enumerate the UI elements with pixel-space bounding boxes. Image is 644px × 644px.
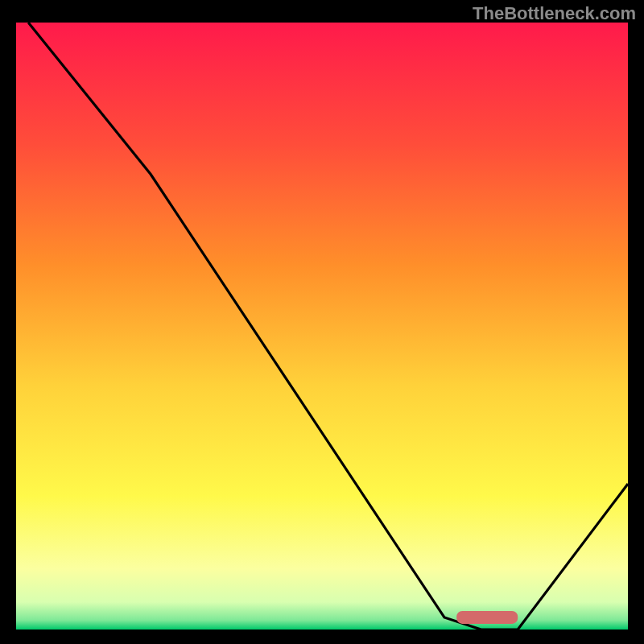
attribution-label: TheBottleneck.com: [473, 3, 636, 24]
optimal-range-marker: [456, 611, 518, 624]
plot-background: [16, 23, 628, 630]
bottleneck-chart: TheBottleneck.com: [0, 0, 644, 644]
chart-svg: [0, 0, 644, 644]
